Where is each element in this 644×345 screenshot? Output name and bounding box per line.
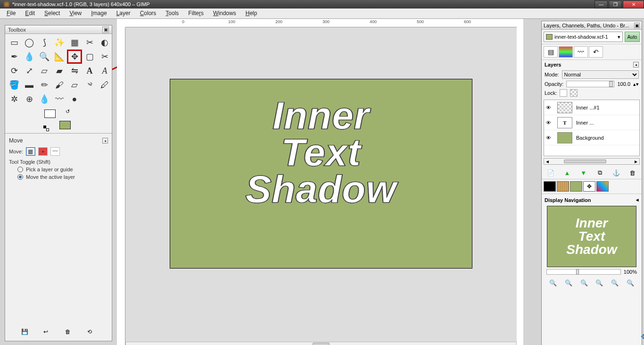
layers-scroll[interactable]: ◂▸ [544, 158, 640, 165]
canvas[interactable]: Inner Text Shadow [170, 79, 472, 268]
align-tool[interactable]: ▢ [83, 50, 97, 63]
delete-layer-button[interactable]: 🗑 [628, 168, 637, 177]
palette-swatch[interactable] [596, 181, 609, 192]
gradient-swatch[interactable] [570, 181, 582, 192]
menu-view[interactable]: View [65, 8, 86, 18]
default-colors-icon[interactable] [43, 126, 49, 131]
minimize-button[interactable]: — [594, 0, 608, 8]
airbrush-tool[interactable]: ༄ [83, 78, 97, 92]
bg-color[interactable] [59, 121, 71, 129]
cage-tool[interactable]: A [98, 64, 112, 77]
pencil-tool[interactable]: ✏ [37, 78, 51, 92]
move-selection-icon[interactable]: ▪ [38, 147, 48, 156]
zoom-fill-button[interactable]: 🔍 [595, 278, 603, 287]
layer-row[interactable]: 👁 Inner ...#1 [544, 100, 639, 115]
menu-filters[interactable]: Filters [183, 8, 208, 18]
foreground-select-tool[interactable]: ◐ [98, 36, 112, 49]
move-tool[interactable]: ✥ [67, 50, 82, 63]
move-path-icon[interactable]: 〰 [50, 147, 60, 156]
dock-close-button[interactable]: ▣ [634, 23, 640, 28]
zoom-tool[interactable]: 🔍 [37, 50, 51, 63]
menu-select[interactable]: Select [40, 8, 65, 18]
text-tool[interactable]: A [83, 64, 97, 77]
lock-pixels[interactable] [560, 89, 567, 97]
paths-tool[interactable]: ✒ [7, 50, 21, 63]
ink-tool[interactable]: 🖊 [98, 78, 112, 92]
perspective-tool[interactable]: ▰ [52, 64, 66, 77]
maximize-button[interactable]: ❐ [609, 0, 622, 8]
delete-options-icon[interactable]: 🗑 [65, 328, 74, 337]
save-options-icon[interactable]: 💾 [21, 328, 30, 337]
scissors-tool[interactable]: ✂ [83, 36, 97, 49]
zoom-out-button[interactable]: 🔍 [549, 278, 557, 287]
fg-color[interactable] [44, 109, 56, 118]
ellipse-select-tool[interactable]: ◯ [22, 36, 36, 49]
color-picker-tool[interactable]: 💧 [22, 50, 36, 63]
menu-file[interactable]: File [2, 8, 20, 18]
zoom-in-button[interactable]: 🔍 [564, 278, 573, 287]
paintbrush-tool[interactable]: 🖌 [52, 78, 66, 92]
shear-tool[interactable]: ▱ [37, 64, 51, 77]
heal-tool[interactable]: ⊕ [22, 93, 36, 106]
menu-edit[interactable]: Edit [20, 8, 40, 18]
rect-select-tool[interactable]: ▭ [7, 36, 21, 49]
tab-channels[interactable] [559, 46, 573, 58]
raise-layer-button[interactable]: ▲ [562, 168, 572, 177]
menu-windows[interactable]: Windows [208, 8, 241, 18]
zoom-fit-button[interactable]: 🔍 [580, 278, 588, 287]
scrollbar-horizontal[interactable] [125, 342, 517, 345]
smudge-tool[interactable]: 〰 [52, 93, 66, 106]
reset-options-icon[interactable]: ⟲ [87, 328, 96, 337]
canvas-view[interactable]: Inner Text Shadow [125, 27, 517, 342]
menu-tools[interactable]: Tools [161, 8, 183, 18]
radio-pick-layer[interactable] [17, 167, 23, 172]
layer-row[interactable]: 👁 T Inner ... [544, 115, 639, 130]
free-select-tool[interactable]: ⟆ [37, 36, 51, 49]
opacity-slider[interactable] [566, 81, 614, 87]
fuzzy-select-tool[interactable]: ✨ [52, 36, 66, 49]
color-select-tool[interactable]: ▦ [67, 36, 82, 49]
blend-tool[interactable]: ▬ [22, 78, 36, 92]
color-swatch[interactable]: ↺ [44, 109, 73, 130]
menu-image[interactable]: Image [86, 8, 111, 18]
eye-icon[interactable]: 👁 [546, 120, 553, 126]
lower-layer-button[interactable]: ▼ [579, 168, 588, 177]
crop-tool[interactable]: ✂ [98, 50, 112, 63]
menu-help[interactable]: Help [241, 8, 262, 18]
move-layer-icon[interactable]: ▦ [26, 147, 35, 156]
eye-icon[interactable]: 👁 [546, 135, 553, 141]
shrink-wrap-button[interactable]: 🔍 [626, 278, 635, 287]
image-selector[interactable]: inner-text-shadow.xcf-1 ▾ [544, 32, 623, 42]
resize-grip-icon[interactable]: ✥ [641, 333, 644, 340]
toolbox-close-button[interactable]: ▣ [102, 26, 109, 33]
tab-layers[interactable]: ▤ [544, 46, 558, 58]
tab-paths[interactable]: 〰 [574, 46, 588, 58]
swap-colors-icon[interactable]: ↺ [66, 109, 70, 115]
new-layer-button[interactable]: 📄 [546, 168, 555, 177]
eye-icon[interactable]: 👁 [546, 105, 553, 110]
opacity-spinner[interactable]: ▴▾ [633, 81, 639, 87]
close-button[interactable]: ✕ [623, 0, 644, 8]
restore-options-icon[interactable]: ↩ [43, 328, 52, 337]
duplicate-layer-button[interactable]: ⧉ [595, 168, 604, 177]
menu-colors[interactable]: Colors [135, 8, 161, 18]
zoom-1-1-button[interactable]: 🔍 [611, 278, 619, 287]
zoom-slider[interactable] [546, 269, 621, 275]
anchor-layer-button[interactable]: ⚓ [611, 168, 621, 177]
flip-tool[interactable]: ⇋ [67, 64, 82, 77]
blur-tool[interactable]: 💧 [37, 93, 51, 106]
pattern-swatch[interactable] [557, 181, 569, 192]
move-swatch[interactable]: ✥ [583, 181, 595, 192]
auto-button[interactable]: Auto [625, 32, 640, 42]
mode-select[interactable]: Normal [562, 70, 639, 79]
bucket-fill-tool[interactable]: 🪣 [7, 78, 21, 92]
eraser-tool[interactable]: ▱ [67, 78, 82, 92]
layer-row[interactable]: 👁 Background [544, 130, 639, 145]
radio-move-active[interactable] [17, 174, 23, 180]
nav-view[interactable]: Inner Text Shadow [547, 206, 636, 267]
brush-swatch[interactable] [544, 181, 556, 192]
tool-options-menu[interactable]: ◂ [102, 138, 108, 143]
nav-menu[interactable]: ◂ [636, 197, 639, 203]
rotate-tool[interactable]: ⟳ [7, 64, 21, 77]
dodge-tool[interactable]: ● [67, 93, 82, 106]
